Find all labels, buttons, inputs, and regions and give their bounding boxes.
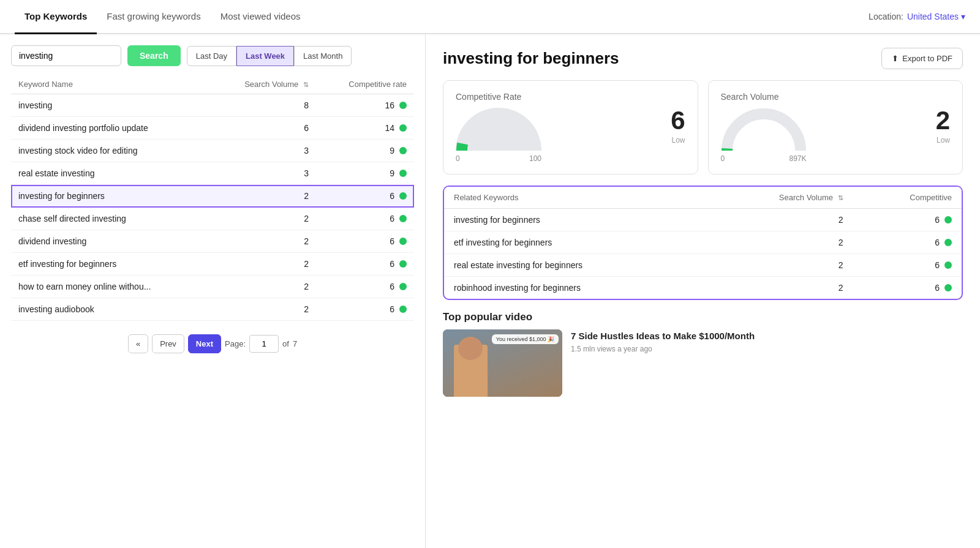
table-row[interactable]: investing audiobook 2 6 bbox=[11, 298, 414, 321]
competitive-value: 16 bbox=[385, 100, 394, 110]
video-card-title: 7 Side Hustles Ideas to Make $1000/Month bbox=[571, 329, 755, 342]
keyword-cell: chase self directed investing bbox=[11, 208, 209, 230]
competitive-cell: 6 bbox=[316, 276, 414, 298]
filter-last-week[interactable]: Last Week bbox=[236, 46, 294, 66]
competitive-value: 6 bbox=[390, 214, 394, 223]
competitive-value: 6 bbox=[390, 282, 394, 291]
competitive-value: 6 bbox=[390, 304, 394, 314]
filter-last-month[interactable]: Last Month bbox=[294, 46, 352, 66]
related-volume-cell: 2 bbox=[706, 209, 853, 231]
right-panel: investing for beginners ⬆ Export to PDF … bbox=[426, 34, 980, 548]
related-keywords-section: Related Keywords Search Volume ⇅ Competi… bbox=[443, 186, 963, 300]
related-competitive-value: 6 bbox=[935, 238, 940, 247]
related-keyword-cell: etf investing for beginners bbox=[444, 231, 706, 254]
chevron-down-icon: ▾ bbox=[961, 12, 965, 21]
related-volume-cell: 2 bbox=[706, 254, 853, 277]
search-volume-card: Search Volume 0 897K bbox=[708, 80, 963, 175]
table-row[interactable]: investing stock video for editing 3 9 bbox=[11, 140, 414, 162]
related-col-keyword: Related Keywords bbox=[444, 187, 706, 209]
keyword-table: Keyword Name Search Volume ⇅ Competitive… bbox=[11, 75, 414, 321]
location-area: Location: United States ▾ bbox=[869, 12, 965, 21]
keyword-cell: dividend investing bbox=[11, 230, 209, 253]
video-card[interactable]: You received $1,000 🎉 7 Side Hustles Ide… bbox=[443, 329, 963, 397]
competitive-value: 14 bbox=[385, 123, 394, 133]
location-value: United States bbox=[907, 12, 959, 21]
prev-button[interactable]: Prev bbox=[152, 334, 184, 353]
tab-fast-growing[interactable]: Fast growing keywords bbox=[97, 0, 210, 34]
col-search-volume: Search Volume ⇅ bbox=[209, 75, 316, 94]
volume-cell: 8 bbox=[209, 94, 316, 117]
competitive-cell: 14 bbox=[316, 117, 414, 140]
detail-title: investing for beginners bbox=[443, 49, 619, 68]
left-panel: Search Last Day Last Week Last Month Key… bbox=[0, 34, 426, 548]
related-table-row[interactable]: real estate investing for beginners 2 6 bbox=[444, 254, 962, 277]
competitive-rate-card: Competitive Rate 0 bbox=[443, 80, 698, 175]
related-table-row[interactable]: etf investing for beginners 2 6 bbox=[444, 231, 962, 254]
export-label: Export to PDF bbox=[902, 54, 952, 63]
top-nav: Top Keywords Fast growing keywords Most … bbox=[0, 0, 980, 34]
competitive-value: 6 bbox=[390, 236, 394, 246]
video-section: Top popular video You received $1,000 🎉 bbox=[443, 311, 963, 397]
search-button[interactable]: Search bbox=[127, 45, 181, 66]
next-button[interactable]: Next bbox=[188, 334, 221, 353]
competitive-dot bbox=[399, 102, 407, 109]
top-video-title: Top popular video bbox=[443, 311, 963, 323]
competitive-value: 6 bbox=[390, 191, 394, 201]
related-table-row[interactable]: investing for beginners 2 6 bbox=[444, 209, 962, 231]
tab-most-viewed[interactable]: Most viewed videos bbox=[211, 0, 311, 34]
competitive-cell: 6 bbox=[316, 208, 414, 230]
table-row[interactable]: dividend investing 2 6 bbox=[11, 230, 414, 253]
competitive-dot bbox=[399, 306, 407, 313]
related-sort-icon[interactable]: ⇅ bbox=[838, 194, 843, 201]
related-competitive-cell: 6 bbox=[853, 231, 962, 254]
related-keyword-cell: investing for beginners bbox=[444, 209, 706, 231]
competitive-rate-label: Competitive Rate bbox=[456, 92, 685, 102]
competitive-gauge bbox=[456, 108, 541, 151]
related-table-row[interactable]: robinhood investing for beginners 2 6 bbox=[444, 277, 962, 299]
related-competitive-value: 6 bbox=[935, 260, 940, 270]
related-competitive-dot bbox=[944, 239, 952, 246]
competitive-value: 9 bbox=[390, 168, 394, 178]
export-button[interactable]: ⬆ Export to PDF bbox=[881, 48, 963, 69]
competitive-dot bbox=[399, 192, 407, 200]
keyword-cell: investing bbox=[11, 94, 209, 117]
table-row[interactable]: investing 8 16 bbox=[11, 94, 414, 117]
search-volume-sub: Low bbox=[936, 136, 950, 145]
table-row[interactable]: real estate investing 3 9 bbox=[11, 162, 414, 185]
table-row[interactable]: how to earn money online withou... 2 6 bbox=[11, 276, 414, 298]
filter-last-day[interactable]: Last Day bbox=[187, 46, 236, 66]
table-row[interactable]: chase self directed investing 2 6 bbox=[11, 208, 414, 230]
related-competitive-value: 6 bbox=[935, 283, 940, 293]
keyword-cell: investing audiobook bbox=[11, 298, 209, 321]
competitive-cell: 6 bbox=[316, 298, 414, 321]
volume-cell: 3 bbox=[209, 140, 316, 162]
related-keyword-cell: real estate investing for beginners bbox=[444, 254, 706, 277]
competitive-cell: 16 bbox=[316, 94, 414, 117]
location-link[interactable]: United States ▾ bbox=[907, 12, 965, 21]
filter-group: Last Day Last Week Last Month bbox=[187, 46, 352, 66]
first-page-button[interactable]: « bbox=[128, 334, 148, 353]
keyword-cell: investing stock video for editing bbox=[11, 140, 209, 162]
of-label: of bbox=[282, 339, 289, 348]
related-col-competitive: Competitive bbox=[853, 187, 962, 209]
table-row[interactable]: dividend investing portfolio update 6 14 bbox=[11, 117, 414, 140]
app-container: Top Keywords Fast growing keywords Most … bbox=[0, 0, 980, 548]
volume-cell: 6 bbox=[209, 117, 316, 140]
table-row[interactable]: etf investing for beginners 2 6 bbox=[11, 253, 414, 276]
page-input[interactable] bbox=[249, 335, 279, 353]
competitive-dot bbox=[399, 147, 407, 154]
sort-volume-icon[interactable]: ⇅ bbox=[303, 81, 309, 88]
related-col-volume: Search Volume ⇅ bbox=[706, 187, 853, 209]
related-keywords-table: Related Keywords Search Volume ⇅ Competi… bbox=[444, 187, 962, 299]
export-icon: ⬆ bbox=[892, 54, 899, 63]
col-keyword-name: Keyword Name bbox=[11, 75, 209, 94]
related-volume-cell: 2 bbox=[706, 231, 853, 254]
competitive-cell: 9 bbox=[316, 140, 414, 162]
table-row[interactable]: investing for beginners 2 6 bbox=[11, 185, 414, 208]
keyword-cell: investing for beginners bbox=[11, 185, 209, 208]
related-volume-cell: 2 bbox=[706, 277, 853, 299]
related-competitive-dot bbox=[944, 261, 952, 269]
metrics-row: Competitive Rate 0 bbox=[443, 80, 963, 175]
tab-top-keywords[interactable]: Top Keywords bbox=[15, 0, 97, 34]
search-input[interactable] bbox=[11, 45, 121, 66]
